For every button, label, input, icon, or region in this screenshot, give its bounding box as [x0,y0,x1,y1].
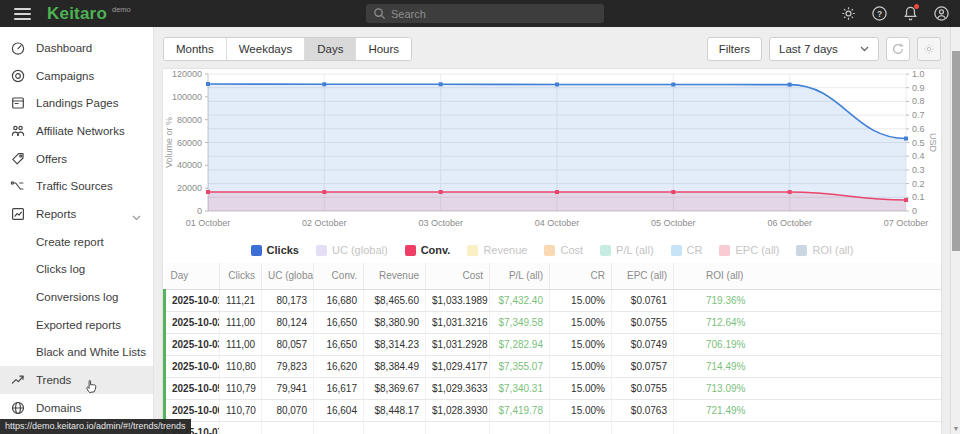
sidebar-item-trends[interactable]: Trends [0,366,153,394]
legend-item-epc-all-[interactable]: EPC (all) [719,244,779,256]
column-header-cost[interactable]: Cost [426,263,490,289]
legend-item-revenue[interactable]: Revenue [467,244,527,256]
sidebar-item-domains[interactable]: Domains [0,394,153,422]
affiliate-icon [10,123,26,139]
cell-revenue: $8,380.90 [364,311,426,333]
sidebar-item-conversions-log[interactable]: Conversions log [0,283,153,311]
filters-button[interactable]: Filters [707,37,762,61]
global-search[interactable] [366,4,604,23]
sidebar-item-landings-pages[interactable]: Landings Pages [0,89,153,117]
cell-clicks: 110,79 [220,377,262,399]
trends-icon [10,372,26,388]
legend-item-p-l-all-[interactable]: P/L (all) [600,244,654,256]
date-range-select[interactable]: Last 7 days [769,37,879,61]
cell-day: 2025-10-02 [165,311,220,333]
svg-text:0: 0 [197,206,202,216]
column-header-uc-global[interactable]: UC (global) [262,263,314,289]
sidebar-item-label: Trends [36,374,71,386]
column-header-clicks[interactable]: Clicks [220,263,262,289]
legend-label: UC (global) [332,244,388,256]
tab-days[interactable]: Days [304,38,355,60]
legend-swatch [671,245,682,256]
column-header-cr[interactable]: CR [550,263,612,289]
sidebar-item-reports[interactable]: Reports [0,200,153,228]
sidebar-item-label: Clicks log [36,263,85,275]
table-row: 2025-10-06110,7080,07016,604$8,448.17$1,… [165,399,942,421]
trends-table: DayClicksUC (global)Conv.RevenueCostP/L … [163,263,941,434]
svg-text:0.3: 0.3 [912,165,925,175]
legend-item-cost[interactable]: Cost [544,244,583,256]
cell-epc-all: $0.0755 [612,311,674,333]
svg-text:0.8: 0.8 [912,96,925,106]
cell-clicks [220,421,262,434]
page-scrollbar[interactable]: ▼ [950,27,960,434]
cell-day: 2025-10-06 [165,399,220,421]
legend-item-cr[interactable]: CR [671,244,703,256]
svg-text:120000: 120000 [172,69,202,79]
cell-uc-global: 80,070 [262,399,314,421]
cell-pl-all [490,421,550,434]
scrollbar-down-arrow[interactable]: ▼ [952,425,960,432]
sidebar-item-black-and-white-lists[interactable]: Black and White Lists [0,339,153,367]
refresh-icon [891,42,905,56]
menu-toggle-icon[interactable] [14,8,31,20]
legend-swatch [405,245,416,256]
cell-cr [550,421,612,434]
column-header-pl-all[interactable]: P/L (all) [490,263,550,289]
chart-settings-button[interactable] [917,37,941,61]
svg-text:0: 0 [912,206,917,216]
sidebar-item-offers[interactable]: Offers [0,145,153,173]
sidebar-item-exported-reports[interactable]: Exported reports [0,311,153,339]
cell-uc-global [262,421,314,434]
cell-roi-all [674,421,942,434]
cell-epc-all: $0.0761 [612,289,674,311]
account-icon[interactable] [932,5,950,23]
legend-label: EPC (all) [735,244,779,256]
chart-legend: ClicksUC (global)Conv.RevenueCostP/L (al… [163,237,941,263]
tab-hours[interactable]: Hours [355,38,411,60]
sidebar-item-label: Dashboard [36,42,92,54]
sidebar-item-dashboard[interactable]: Dashboard [0,34,153,62]
svg-text:0.6: 0.6 [912,124,925,134]
legend-item-clicks[interactable]: Clicks [251,244,299,256]
offers-icon [10,151,26,167]
search-input[interactable] [391,4,596,23]
cell-cost: $1,031.2928 [426,333,490,355]
notifications-bell-icon[interactable] [901,5,919,23]
column-header-epc-all[interactable]: EPC (all) [612,263,674,289]
column-header-roi-all[interactable]: ROI (all) [674,263,942,289]
tab-weekdays[interactable]: Weekdays [226,38,304,60]
column-header-day[interactable]: Day [165,263,220,289]
settings-gear-icon[interactable] [839,5,857,23]
svg-text:03 October: 03 October [418,218,463,228]
scrollbar-thumb[interactable] [952,51,960,251]
legend-label: CR [687,244,703,256]
sidebar-item-label: Create report [36,236,104,248]
legend-item-roi-all-[interactable]: ROI (all) [796,244,853,256]
svg-text:07 October: 07 October [884,218,929,228]
cell-revenue: $8,314.23 [364,333,426,355]
table-row: 2025-10-02111,0080,12416,650$8,380.90$1,… [165,311,942,333]
cell-conv: 16,650 [314,333,364,355]
column-header-revenue[interactable]: Revenue [364,263,426,289]
sidebar-item-affiliate-networks[interactable]: Affiliate Networks [0,117,153,145]
refresh-button[interactable] [886,37,910,61]
sidebar-item-label: Offers [36,153,67,165]
legend-item-conv-[interactable]: Conv. [405,244,451,256]
cell-roi-all: 714.49% [674,355,942,377]
sidebar-item-label: Reports [36,208,76,220]
svg-text:0.2: 0.2 [912,179,925,189]
sidebar-item-traffic-sources[interactable]: Traffic Sources [0,172,153,200]
legend-item-uc-global-[interactable]: UC (global) [316,244,388,256]
legend-swatch [796,245,807,256]
sidebar-item-campaigns[interactable]: Campaigns [0,62,153,90]
cell-clicks: 111,00 [220,311,262,333]
sidebar-item-create-report[interactable]: Create report [0,228,153,256]
help-icon[interactable]: ? [870,5,888,23]
sidebar-item-clicks-log[interactable]: Clicks log [0,256,153,284]
cell-uc-global: 80,057 [262,333,314,355]
cell-day: 2025-10-05 [165,377,220,399]
column-header-conv[interactable]: Conv. [314,263,364,289]
tab-months[interactable]: Months [164,38,226,60]
legend-label: Revenue [483,244,527,256]
